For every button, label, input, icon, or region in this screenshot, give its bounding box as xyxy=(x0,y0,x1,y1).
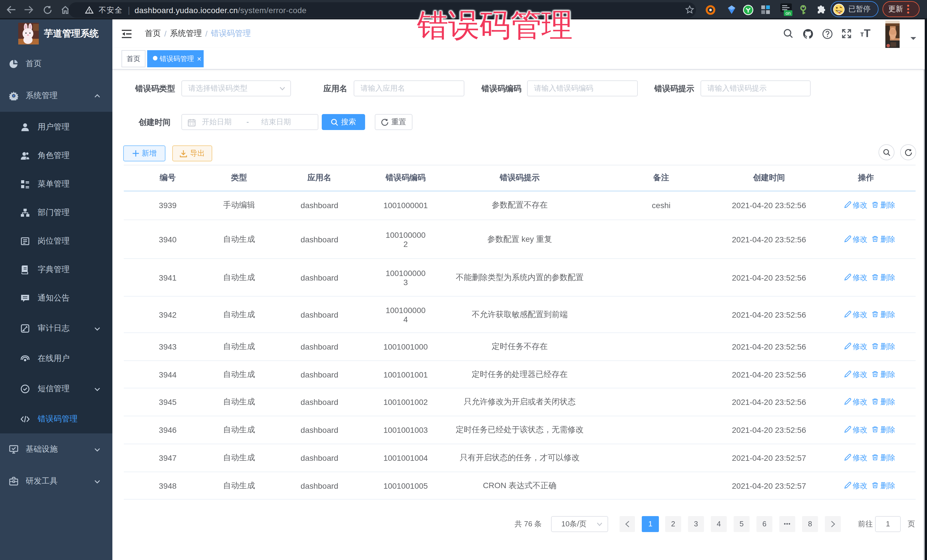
svg-text:on: on xyxy=(786,11,791,16)
